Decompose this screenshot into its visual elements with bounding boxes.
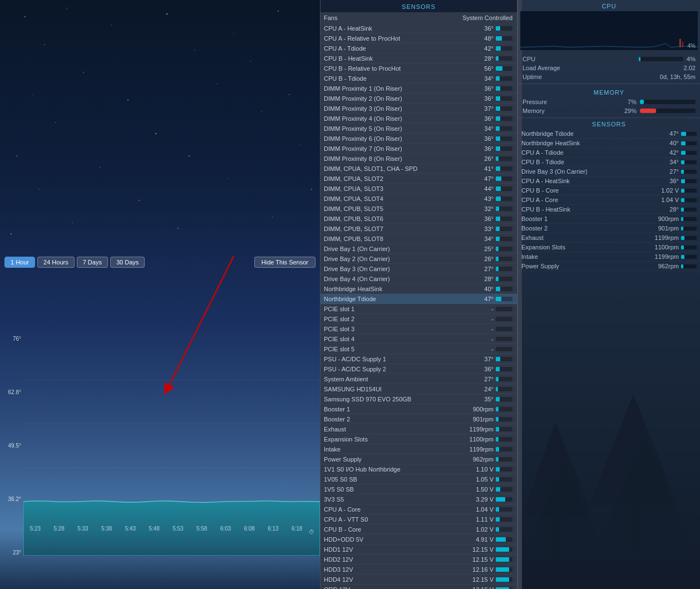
sensor-bar <box>496 46 501 51</box>
sensor-row[interactable]: CPU A - Relative to ProcHot48° <box>321 33 517 43</box>
right-sensor-row[interactable]: CPU A - Core1.04 V <box>518 195 700 205</box>
sensor-row[interactable]: DIMM Proximity 7 (On Riser)36° <box>321 144 517 154</box>
btn-30days[interactable]: 30 Days <box>110 257 145 268</box>
right-sensor-row[interactable]: Northbridge Tdiode47° <box>518 129 700 139</box>
sensors-panel[interactable]: SENSORS Fans System Controlled CPU A - H… <box>320 0 517 589</box>
sensor-row[interactable]: 1V05 S0 SB1.05 V <box>321 474 517 484</box>
right-sensor-row[interactable]: Power Supply962rpm <box>518 262 700 271</box>
btn-7days[interactable]: 7 Days <box>77 257 108 268</box>
sensor-name: DIMM, CPUA, SLOT3 <box>324 185 465 192</box>
sensor-row[interactable]: System Ambient27° <box>321 374 517 384</box>
sensor-row[interactable]: CPU A - Core1.04 V <box>321 504 517 514</box>
right-sensor-row[interactable]: Expansion Slots1100rpm <box>518 243 700 252</box>
sensor-bar-container <box>496 447 512 451</box>
right-sensor-row[interactable]: Booster 2901rpm <box>518 224 700 233</box>
sensor-row[interactable]: Drive Bay 3 (On Carrier)27° <box>321 264 517 274</box>
sensor-row[interactable]: DIMM Proximity 1 (On Riser)36° <box>321 84 517 94</box>
right-sensor-row[interactable]: CPU B - Core1.02 V <box>518 186 700 195</box>
sensor-row[interactable]: CPU B - HeatSink28° <box>321 53 517 63</box>
load-avg-value: 2.02 <box>684 65 696 71</box>
sensor-row[interactable]: Drive Bay 1 (On Carrier)25° <box>321 244 517 254</box>
sensor-row[interactable]: DIMM, CPUA, SLOT1, CHA - SPD41° <box>321 164 517 174</box>
sensor-row[interactable]: DIMM Proximity 8 (On Riser)26° <box>321 154 517 164</box>
right-sensor-row[interactable]: Exhaust1199rpm <box>518 233 700 243</box>
sensor-row[interactable]: PCIE slot 1- <box>321 304 517 314</box>
sensor-name: DIMM Proximity 7 (On Riser) <box>324 145 465 152</box>
sensor-name: DIMM Proximity 4 (On Riser) <box>324 115 465 122</box>
right-sensor-row[interactable]: CPU A - Tdiode42° <box>518 148 700 158</box>
btn-1hour[interactable]: 1 Hour <box>4 257 35 268</box>
right-sensor-row[interactable]: Drive Bay 3 (On Carrier)27° <box>518 167 700 176</box>
sensor-row[interactable]: HDD1 12V12.15 V <box>321 544 517 554</box>
sensor-bar-container <box>496 557 512 562</box>
sensor-row[interactable]: PCIE slot 2- <box>321 314 517 324</box>
sensor-row[interactable]: Intake1199rpm <box>321 444 517 454</box>
sensor-bar <box>496 397 500 401</box>
sensor-row[interactable]: CPU A - HeatSink36° <box>321 23 517 33</box>
sensor-row[interactable]: 3V3 S53.29 V <box>321 494 517 504</box>
sensor-row[interactable]: Booster 2901rpm <box>321 414 517 424</box>
sensor-row[interactable]: DIMM, CPUA, SLOT443° <box>321 194 517 204</box>
sensor-value: 40° <box>465 286 496 292</box>
sensor-row[interactable]: Expansion Slots1100rpm <box>321 434 517 444</box>
sensor-row[interactable]: PSU - AC/DC Supply 137° <box>321 354 517 364</box>
sensor-row[interactable]: CPU A - VTT S01.11 V <box>321 514 517 524</box>
sensor-bar-container <box>496 227 512 231</box>
sensor-row[interactable]: DIMM, CPUA, SLOT344° <box>321 184 517 194</box>
sensor-row[interactable]: Power Supply962rpm <box>321 454 517 464</box>
sensor-row[interactable]: Northbridge Tdiode47° <box>321 294 517 304</box>
sensor-name: PSU - AC/DC Supply 2 <box>324 366 465 372</box>
right-sensor-value: 962rpm <box>656 263 681 269</box>
sensor-row[interactable]: CPU B - Core1.02 V <box>321 524 517 534</box>
sensor-row[interactable]: 1V5 S0 SB1.50 V <box>321 484 517 494</box>
sensor-row[interactable]: HDD+ODD 5V4.91 V <box>321 534 517 544</box>
hide-sensor-button[interactable]: Hide This Sensor <box>254 257 316 268</box>
right-sensor-row[interactable]: Booster 1900rpm <box>518 214 700 224</box>
sensor-row[interactable]: PCIE slot 5- <box>321 344 517 354</box>
sensor-row[interactable]: DIMM Proximity 4 (On Riser)36° <box>321 114 517 124</box>
sensor-row[interactable]: Exhaust1199rpm <box>321 424 517 434</box>
sensor-row[interactable]: CPU A - Tdiode42° <box>321 43 517 53</box>
right-sensor-row[interactable]: Northbridge HeatSink40° <box>518 139 700 148</box>
sensor-row[interactable]: DIMM, CPUB, SLOT834° <box>321 234 517 244</box>
sensor-row[interactable]: SAMSUNG HD154UI24° <box>321 384 517 394</box>
fans-label: Fans <box>324 14 462 21</box>
sensor-row[interactable]: DIMM Proximity 6 (On Riser)36° <box>321 134 517 144</box>
sensor-row[interactable]: HDD2 12V12.15 V <box>321 554 517 565</box>
sensor-row[interactable]: DIMM, CPUB, SLOT532° <box>321 204 517 214</box>
btn-24hours[interactable]: 24 Hours <box>37 257 75 268</box>
sensor-row[interactable]: Drive Bay 2 (On Carrier)26° <box>321 254 517 264</box>
sensor-row[interactable]: DIMM, CPUB, SLOT733° <box>321 224 517 234</box>
right-sensor-row[interactable]: CPU A - HeatSink36° <box>518 176 700 186</box>
right-sensor-row[interactable]: CPU B - HeatSink28° <box>518 205 700 214</box>
sensor-row[interactable]: HDD3 12V12.16 V <box>321 565 517 575</box>
sensor-row[interactable]: HDD4 12V12.15 V <box>321 575 517 585</box>
sensor-row[interactable]: Samsung SSD 970 EVO 250GB35° <box>321 394 517 404</box>
sensor-row[interactable]: Booster 1900rpm <box>321 404 517 414</box>
sensor-name: CPU A - Tdiode <box>324 45 465 52</box>
sensor-bar <box>496 457 499 462</box>
sensor-row[interactable]: CPU B - Tdiode34° <box>321 73 517 84</box>
sensor-row[interactable]: PSU - AC/DC Supply 236° <box>321 364 517 374</box>
sensor-row[interactable]: Northbridge HeatSink40° <box>321 284 517 294</box>
sensor-name: DIMM, CPUA, SLOT4 <box>324 195 465 202</box>
right-sensor-row[interactable]: Intake1199rpm <box>518 252 700 262</box>
sensor-row[interactable]: CPU B - Relative to ProcHot56° <box>321 63 517 73</box>
sensors-right-title: SENSORS <box>518 118 700 129</box>
right-sensor-name: CPU B - Core <box>521 187 656 194</box>
sensor-row[interactable]: PCIE slot 3- <box>321 324 517 334</box>
sensor-row[interactable]: ODD 12V12.16 V <box>321 585 517 589</box>
sensor-row[interactable]: DIMM, CPUB, SLOT636° <box>321 214 517 224</box>
right-sensor-row[interactable]: CPU B - Tdiode34° <box>518 158 700 167</box>
right-sensor-bar <box>681 179 685 183</box>
sensor-row[interactable]: DIMM Proximity 5 (On Riser)34° <box>321 124 517 134</box>
sensor-name: System Ambient <box>324 376 465 382</box>
x-label-8: 6:03 <box>214 526 238 532</box>
sensor-row[interactable]: Drive Bay 4 (On Carrier)28° <box>321 274 517 284</box>
sensor-row[interactable]: DIMM Proximity 2 (On Riser)36° <box>321 94 517 104</box>
sensor-row[interactable]: DIMM Proximity 3 (On Riser)37° <box>321 104 517 114</box>
sensor-value: 43° <box>465 195 496 202</box>
sensor-row[interactable]: 1V1 S0 I/O Hub Northbridge1.10 V <box>321 464 517 474</box>
sensor-row[interactable]: PCIE slot 4- <box>321 334 517 344</box>
sensor-row[interactable]: DIMM, CPUA, SLOT247° <box>321 174 517 184</box>
